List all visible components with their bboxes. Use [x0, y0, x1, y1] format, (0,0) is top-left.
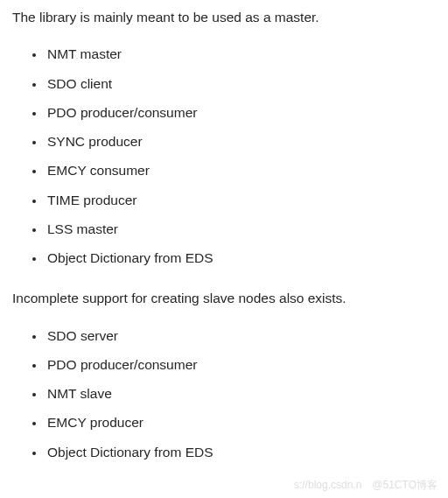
list-item: Object Dictionary from EDS — [46, 438, 436, 466]
list-item: NMT slave — [46, 379, 436, 408]
list-item: EMCY producer — [46, 408, 436, 437]
list-item: TIME producer — [46, 186, 436, 214]
list-item: PDO producer/consumer — [46, 98, 436, 127]
list-item: Object Dictionary from EDS — [46, 243, 436, 272]
list-item: LSS master — [46, 214, 436, 243]
list-item: PDO producer/consumer — [46, 350, 436, 379]
list-item: SYNC producer — [46, 127, 436, 156]
list-item: NMT master — [46, 39, 436, 68]
watermark: s://blog.csdn.n @51CTO博客 — [294, 477, 438, 493]
intro-paragraph-slave: Incomplete support for creating slave no… — [12, 288, 436, 308]
watermark-right: @51CTO博客 — [372, 477, 438, 493]
list-item: SDO client — [46, 69, 436, 98]
list-item: EMCY consumer — [46, 156, 436, 185]
master-features-list: NMT master SDO client PDO producer/consu… — [12, 39, 436, 272]
slave-features-list: SDO server PDO producer/consumer NMT sla… — [12, 321, 436, 466]
intro-paragraph-master: The library is mainly meant to be used a… — [12, 7, 436, 27]
watermark-left: s://blog.csdn.n — [294, 477, 361, 493]
list-item: SDO server — [46, 321, 436, 350]
